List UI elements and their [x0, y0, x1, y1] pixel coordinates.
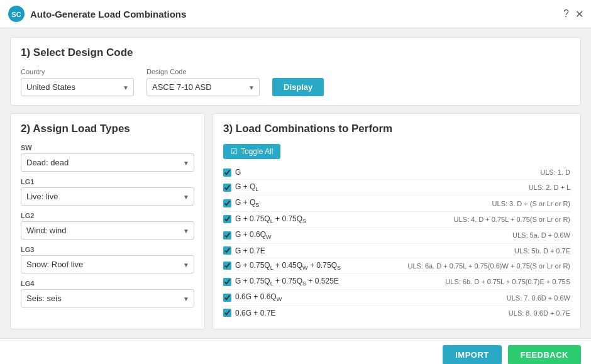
- combo-left: G + QS: [223, 198, 492, 208]
- combo-checkbox-4[interactable]: [223, 231, 231, 240]
- help-icon[interactable]: ?: [563, 8, 569, 19]
- main-content: 1) Select Design Code Country United Sta…: [0, 28, 591, 338]
- combo-uls: ULS: 5b. D + 0.7E: [514, 247, 570, 255]
- combo-formula: G + QS: [235, 198, 259, 208]
- combo-uls: ULS: 7. 0.6D + 0.6W: [507, 294, 570, 302]
- combo-checkbox-1[interactable]: [223, 184, 231, 192]
- combo-checkbox-3[interactable]: [223, 215, 231, 223]
- load-types-container: SWDead: deadLive: liveWind: windSnow: sn…: [21, 144, 194, 307]
- load-type-row-lg2: LG2Dead: deadLive: liveWind: windSnow: s…: [21, 212, 194, 240]
- country-label: Country: [21, 68, 134, 75]
- section3-card: 3) Load Combinations to Perform ☑ Toggle…: [213, 113, 581, 329]
- combo-row: G + 0.7EULS: 5b. D + 0.7E: [223, 244, 570, 258]
- toggle-all-label: Toggle All: [241, 147, 273, 156]
- section2-title: 2) Assign Load Types: [21, 123, 194, 135]
- country-select[interactable]: United States Canada Australia United Ki…: [21, 78, 134, 96]
- load-type-select-wrapper-lg1: Dead: deadLive: liveWind: windSnow: snow…: [21, 187, 194, 206]
- combo-left: G: [223, 168, 540, 177]
- combo-left: 0.6G + 0.7E: [223, 309, 509, 317]
- title-bar-icons: ? ✕: [563, 8, 583, 20]
- load-type-select-lg3[interactable]: Dead: deadLive: liveWind: windSnow: Roof…: [21, 255, 194, 273]
- combo-formula: G + 0.6QW: [235, 230, 272, 240]
- combo-uls: ULS: 8. 0.6D + 0.7E: [509, 309, 570, 317]
- combo-left: G + 0.75QL + 0.45QW + 0.75QS: [223, 261, 407, 271]
- combo-formula: G + QL: [235, 182, 258, 192]
- load-type-select-lg1[interactable]: Dead: deadLive: liveWind: windSnow: snow…: [21, 187, 194, 206]
- load-type-select-wrapper-lg2: Dead: deadLive: liveWind: windSnow: snow…: [21, 221, 194, 240]
- load-type-row-sw: SWDead: deadLive: liveWind: windSnow: sn…: [21, 144, 194, 172]
- toggle-icon: ☑: [231, 147, 238, 156]
- combo-checkbox-2[interactable]: [223, 199, 231, 207]
- combo-checkbox-9[interactable]: [223, 309, 231, 317]
- combo-left: 0.6G + 0.6QW: [223, 292, 507, 302]
- combo-left: G + 0.75QL + 0.75QS + 0.525E: [223, 277, 445, 287]
- combo-uls: ULS: 1. D: [540, 168, 570, 176]
- combo-row: 0.6G + 0.7EULS: 8. 0.6D + 0.7E: [223, 306, 570, 320]
- section3-title: 3) Load Combinations to Perform: [223, 123, 570, 135]
- load-type-select-lg4[interactable]: Dead: deadLive: liveWind: windSnow: snow…: [21, 289, 194, 307]
- load-type-select-lg2[interactable]: Dead: deadLive: liveWind: windSnow: snow…: [21, 221, 194, 240]
- load-type-label-lg1: LG1: [21, 178, 194, 185]
- load-type-select-sw[interactable]: Dead: deadLive: liveWind: windSnow: snow…: [21, 153, 194, 172]
- combo-row: G + 0.75QL + 0.45QW + 0.75QSULS: 6a. D +…: [223, 258, 570, 274]
- combo-list: GULS: 1. DG + QLULS: 2. D + LG + QSULS: …: [223, 165, 570, 320]
- combo-formula: G + 0.75QL + 0.45QW + 0.75QS: [235, 261, 341, 271]
- section2-card: 2) Assign Load Types SWDead: deadLive: l…: [10, 113, 205, 329]
- combo-uls: ULS: 4. D + 0.75L + 0.75(S or Lr or R): [454, 216, 570, 223]
- combo-left: G + 0.6QW: [223, 230, 512, 240]
- combo-checkbox-5[interactable]: [223, 246, 231, 255]
- country-select-wrapper: United States Canada Australia United Ki…: [21, 78, 134, 96]
- load-type-label-lg3: LG3: [21, 246, 194, 253]
- combo-left: G + QL: [223, 182, 529, 192]
- title-bar: SC Auto-Generate Load Combinations ? ✕: [0, 0, 591, 28]
- display-button[interactable]: Display: [272, 78, 324, 96]
- combo-formula: G: [235, 168, 241, 177]
- combo-row: GULS: 1. D: [223, 165, 570, 180]
- load-type-row-lg1: LG1Dead: deadLive: liveWind: windSnow: s…: [21, 178, 194, 206]
- section1-row: Country United States Canada Australia U…: [21, 68, 570, 96]
- combo-row: G + 0.75QL + 0.75QS + 0.525EULS: 6b. D +…: [223, 274, 570, 290]
- load-type-select-wrapper-sw: Dead: deadLive: liveWind: windSnow: snow…: [21, 153, 194, 172]
- combo-row: G + QSULS: 3. D + (S or Lr or R): [223, 196, 570, 211]
- combo-uls: ULS: 3. D + (S or Lr or R): [492, 200, 570, 207]
- app-logo: SC: [8, 5, 25, 23]
- svg-text:SC: SC: [11, 11, 21, 18]
- combo-row: G + 0.75QL + 0.75QSULS: 4. D + 0.75L + 0…: [223, 212, 570, 228]
- combo-checkbox-0[interactable]: [223, 168, 231, 177]
- load-type-select-wrapper-lg3: Dead: deadLive: liveWind: windSnow: Roof…: [21, 255, 194, 273]
- combo-left: G + 0.7E: [223, 246, 514, 255]
- design-code-select[interactable]: ASCE 7-10 ASD ASCE 7-10 LRFD ASCE 7-16 A…: [146, 78, 260, 96]
- combo-formula: 0.6G + 0.7E: [235, 309, 275, 317]
- title-bar-left: SC Auto-Generate Load Combinations: [8, 5, 186, 23]
- combo-row: G + 0.6QWULS: 5a. D + 0.6W: [223, 228, 570, 243]
- load-type-row-lg3: LG3Dead: deadLive: liveWind: windSnow: R…: [21, 246, 194, 273]
- combo-checkbox-8[interactable]: [223, 294, 231, 302]
- bottom-bar: IMPORT FEEDBACK: [0, 338, 591, 364]
- design-code-label: Design Code: [146, 68, 260, 75]
- section1-card: 1) Select Design Code Country United Sta…: [10, 37, 581, 106]
- load-type-label-sw: SW: [21, 144, 194, 152]
- combo-formula: G + 0.7E: [235, 246, 265, 255]
- design-code-select-wrapper: ASCE 7-10 ASD ASCE 7-10 LRFD ASCE 7-16 A…: [146, 78, 260, 96]
- feedback-button[interactable]: FEEDBACK: [508, 345, 581, 364]
- app-title: Auto-Generate Load Combinations: [30, 9, 186, 19]
- combo-row: G + QLULS: 2. D + L: [223, 180, 570, 196]
- combo-formula: 0.6G + 0.6QW: [235, 292, 282, 302]
- combo-uls: ULS: 2. D + L: [529, 184, 570, 191]
- load-type-label-lg4: LG4: [21, 280, 194, 287]
- combo-uls: ULS: 6b. D + 0.75L + 0.75(0.7)E + 0.75S: [445, 278, 570, 285]
- combo-checkbox-6[interactable]: [223, 262, 231, 270]
- combo-checkbox-7[interactable]: [223, 278, 231, 286]
- country-field: Country United States Canada Australia U…: [21, 68, 134, 96]
- combo-uls: ULS: 6a. D + 0.75L + 0.75(0.6)W + 0.75(S…: [407, 262, 570, 270]
- combo-formula: G + 0.75QL + 0.75QS + 0.525E: [235, 277, 339, 287]
- combo-uls: ULS: 5a. D + 0.6W: [512, 231, 570, 239]
- load-type-label-lg2: LG2: [21, 212, 194, 219]
- import-button[interactable]: IMPORT: [443, 345, 502, 364]
- sections-row: 2) Assign Load Types SWDead: deadLive: l…: [10, 113, 581, 329]
- close-icon[interactable]: ✕: [575, 8, 583, 20]
- load-type-select-wrapper-lg4: Dead: deadLive: liveWind: windSnow: snow…: [21, 289, 194, 307]
- toggle-all-button[interactable]: ☑ Toggle All: [223, 144, 280, 159]
- combo-formula: G + 0.75QL + 0.75QS: [235, 214, 306, 224]
- combo-row: 0.6G + 0.6QWULS: 7. 0.6D + 0.6W: [223, 290, 570, 306]
